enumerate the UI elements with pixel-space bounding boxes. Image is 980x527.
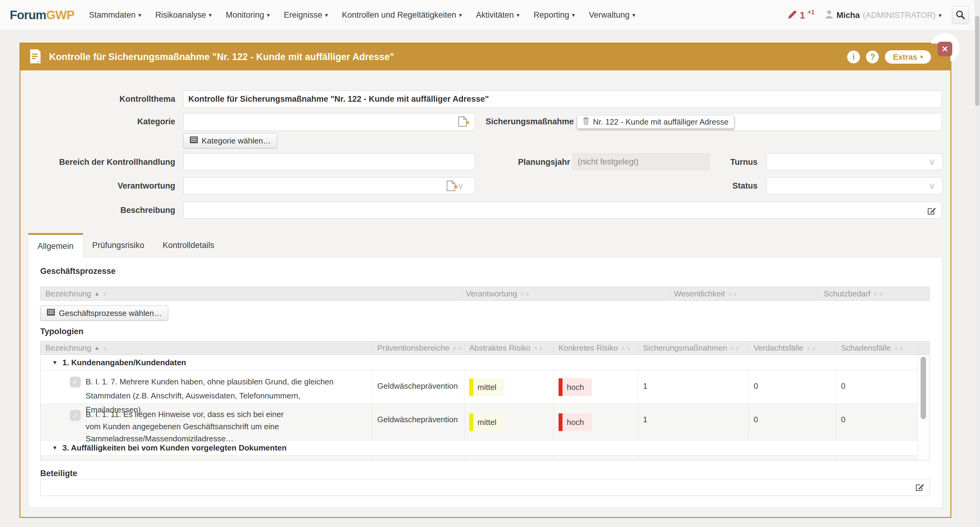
list-icon [189,136,198,146]
menu-label: Verwaltung [589,10,630,20]
bezeichnung-cell: ✓ B. I. 1. 7. Mehrere Kunden haben, ohne… [41,370,372,404]
gold-star-icon: * [466,118,469,130]
beschreibung-input[interactable] [183,202,942,219]
column-abstraktes-risiko[interactable]: Abstraktes Risiko∧∨ [465,341,554,355]
schadensfaelle-cell: 0 [836,370,918,404]
sort-icons: ∧∨ [730,344,740,352]
extras-button[interactable]: Extras ▾ [885,50,931,63]
bereich-input[interactable] [183,154,475,170]
kategorie-input[interactable] [183,113,475,131]
page-scrollbar-track[interactable] [975,0,980,527]
sort-desc-icon: ∨ [103,290,108,297]
beschreibung-label: Beschreibung [39,205,175,215]
status-select[interactable] [767,177,942,194]
pencil-icon [788,10,797,21]
verantwortung-input[interactable] [183,177,475,194]
column-bezeichnung[interactable]: Bezeichnung▲∨ [41,341,372,355]
caret-down-icon: ▾ [325,12,328,18]
button-label: Geschäftsprozesse wählen… [59,309,162,318]
kategorie-new-doc-icon[interactable]: * [458,116,467,127]
group-label: 1. Kundenangaben/Kundendaten [62,358,186,367]
app-logo[interactable]: ForumGWP [10,8,74,22]
new-document-icon: * [458,116,467,127]
tab-label: Allgemein [38,241,74,251]
empty-cell [372,456,465,460]
turnus-select[interactable] [767,154,942,170]
geschaeftsprozesse-title: Geschäftsprozesse [40,267,116,276]
edit-icon[interactable] [915,482,924,492]
sort-icons: ∧∨ [873,290,883,297]
column-sicherungsmassnahmen[interactable]: Sicherungsmaßnahmen∧∨ [638,341,749,355]
risk-label: hoch [563,413,592,431]
table-scrollbar-track[interactable] [917,355,929,460]
sort-icons: ∧∨ [520,290,530,297]
column-konkretes-risiko[interactable]: Konkretes Risiko∧∨ [554,341,638,355]
empty-cell [41,456,372,460]
user-name: Micha [837,11,860,20]
table-scrollbar-thumb[interactable] [921,357,926,419]
menu-label: Monitoring [226,10,264,20]
page-scrollbar-thumb[interactable] [975,16,979,106]
trash-icon [583,117,589,127]
check-badge-icon: ✓ [70,376,81,387]
group-row-kundenangaben[interactable]: ▼ 1. Kundenangaben/Kundendaten [41,355,929,370]
sicherungsmassnahme-chip[interactable]: Nr. 122 - Kunde mit auffälliger Adresse [577,115,734,129]
help-icon[interactable]: ? [866,51,879,63]
column-wesentlichkeit[interactable]: Wesentlichkeit∧∨ [669,287,819,300]
menu-kontrollen-und-regeltaetigkeiten[interactable]: Kontrollen und Regeltätigkeiten▾ [342,10,462,20]
column-praeventionsbereiche[interactable]: Präventionsbereiche∧∨ [372,341,465,355]
risk-badge-hoch: hoch [558,413,638,431]
typologien-title: Typologien [40,327,83,336]
gold-star-icon: * [454,183,458,194]
typologie-row[interactable]: ✓ B. I. 1. 11. Es liegen Hinweise vor, d… [41,404,929,440]
geschaeftsprozesse-waehlen-button[interactable]: Geschäftsprozesse wählen… [40,306,168,321]
beteiligte-field[interactable] [40,479,930,496]
column-schutzbedarf[interactable]: Schutzbedarf∧∨ [819,287,929,300]
caret-down-icon: ▾ [209,12,212,18]
menu-risikoanalyse[interactable]: Risikoanalyse▾ [156,10,212,20]
verantwortung-icons[interactable]: * ∨ [446,180,464,191]
menu-verwaltung[interactable]: Verwaltung▾ [589,10,635,20]
sort-icons: ∧∨ [894,344,904,352]
sicherungsmassnahmen-cell: 1 [638,404,749,440]
geschaeftsprozesse-table-header: Bezeichnung▲∨ Verantwortung∧∨ Wesentlich… [40,287,930,301]
menu-ereignisse[interactable]: Ereignisse▾ [284,10,328,20]
menu-stammdaten[interactable]: Stammdaten▾ [89,10,142,20]
sicherungsmassnahmen-cell: 1 [638,370,749,404]
kontrollthema-input[interactable] [183,90,942,108]
open-edits-indicator[interactable]: 1 +1 [788,10,815,21]
user-icon [825,10,834,21]
menu-reporting[interactable]: Reporting▾ [534,10,575,20]
risk-color-bar [469,378,473,396]
new-document-icon: * [446,180,455,191]
risk-badge-mittel: mittel [469,378,554,396]
risk-label: mittel [473,413,504,431]
menu-monitoring[interactable]: Monitoring▾ [226,10,270,20]
menu-aktivitaeten[interactable]: Aktivitäten▾ [476,10,520,20]
column-label: Bezeichnung [45,343,91,353]
column-verdachtsfaelle[interactable]: Verdachtsfälle∧∨ [749,341,836,355]
column-bezeichnung[interactable]: Bezeichnung▲∨ [41,287,461,300]
info-icon[interactable]: i [847,51,860,63]
bezeichnung-cell: ✓ B. I. 1. 11. Es liegen Hinweise vor, d… [41,404,372,440]
kontrollthema-label: Kontrollthema [39,94,175,104]
edit-icon[interactable] [927,206,945,216]
chevron-down-icon: ∨ [457,181,464,190]
close-icon[interactable]: ✕ [938,42,952,56]
typologie-row[interactable]: ✓ B. I. 1. 7. Mehrere Kunden haben, ohne… [41,370,929,404]
search-button[interactable] [952,6,969,24]
kategorie-waehlen-button[interactable]: Kategorie wählen… [183,133,277,148]
tab-pruefungsrisiko[interactable]: Prüfungsrisiko [83,233,154,257]
caret-down-icon: ▾ [632,12,635,18]
column-label: Schadensfälle [841,343,891,353]
column-verantwortung[interactable]: Verantwortung∧∨ [461,287,669,300]
tab-kontrolldetails[interactable]: Kontrolldetails [154,233,224,257]
planungsjahr-label: Planungsjahr [479,157,570,167]
logo-part-forum: Forum [10,8,46,22]
sicherungsmassnahme-field[interactable]: Nr. 122 - Kunde mit auffälliger Adresse [575,113,942,131]
column-schadensfaelle[interactable]: Schadensfälle∧∨ [836,341,918,355]
sort-desc-icon: ∨ [103,344,108,352]
tab-allgemein[interactable]: Allgemein [28,233,83,257]
user-menu[interactable]: Micha (ADMINISTRATOR) ▾ [825,10,942,21]
caret-down-icon: ▾ [459,12,462,18]
